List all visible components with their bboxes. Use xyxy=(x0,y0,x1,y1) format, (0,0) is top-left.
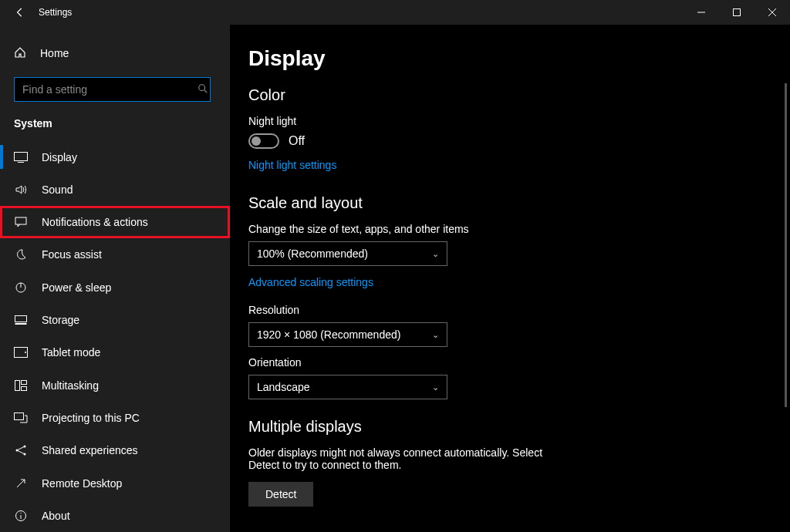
back-button[interactable] xyxy=(8,0,32,25)
resolution-select[interactable]: 1920 × 1080 (Recommended) ⌄ xyxy=(248,322,447,347)
section-color: Color xyxy=(248,86,759,104)
svg-point-8 xyxy=(25,352,26,353)
orientation-label: Orientation xyxy=(248,356,759,369)
sidebar-item-projecting[interactable]: Projecting to this PC xyxy=(0,402,230,434)
sidebar-item-sound[interactable]: Sound xyxy=(0,173,230,206)
detect-button[interactable]: Detect xyxy=(248,482,313,507)
power-icon xyxy=(14,281,28,294)
night-light-label: Night light xyxy=(248,115,759,127)
sidebar-item-label: Projecting to this PC xyxy=(42,412,140,424)
sidebar-item-tablet-mode[interactable]: Tablet mode xyxy=(0,336,230,369)
info-icon xyxy=(14,510,28,522)
remote-icon xyxy=(14,477,28,490)
tablet-icon xyxy=(14,347,28,358)
close-button[interactable] xyxy=(755,0,790,25)
sidebar-item-label: Display xyxy=(42,151,77,163)
sidebar-item-focus-assist[interactable]: Focus assist xyxy=(0,238,230,271)
project-icon xyxy=(14,412,28,423)
svg-rect-5 xyxy=(15,316,27,322)
home-button[interactable]: Home xyxy=(0,39,230,68)
sidebar-item-label: About xyxy=(42,510,70,522)
resolution-label: Resolution xyxy=(248,304,759,316)
night-light-toggle[interactable] xyxy=(248,133,279,149)
multi-displays-desc: Older displays might not always connect … xyxy=(248,446,557,471)
sidebar-item-label: Multitasking xyxy=(42,379,99,392)
share-icon xyxy=(14,444,28,456)
page-title: Display xyxy=(248,46,759,71)
toggle-knob xyxy=(252,136,261,146)
svg-rect-6 xyxy=(15,323,27,325)
home-label: Home xyxy=(40,47,69,59)
svg-point-14 xyxy=(24,446,26,448)
scale-label: Change the size of text, apps, and other… xyxy=(248,223,759,235)
chevron-down-icon: ⌄ xyxy=(432,382,439,392)
sidebar-item-label: Tablet mode xyxy=(42,346,100,359)
sidebar-item-multitasking[interactable]: Multitasking xyxy=(0,369,230,402)
scale-select[interactable]: 100% (Recommended) ⌄ xyxy=(248,241,447,266)
sound-icon xyxy=(14,184,28,196)
scale-value: 100% (Recommended) xyxy=(257,247,368,260)
titlebar: Settings xyxy=(0,0,790,25)
home-icon xyxy=(14,46,26,61)
svg-rect-3 xyxy=(15,217,26,224)
sidebar-item-label: Remote Desktop xyxy=(42,477,122,490)
sidebar-item-storage[interactable]: Storage xyxy=(0,304,230,336)
window-controls xyxy=(684,0,790,25)
sidebar-item-label: Sound xyxy=(42,184,73,196)
svg-rect-11 xyxy=(22,386,27,390)
section-multi-displays: Multiple displays xyxy=(248,418,759,436)
advanced-scaling-link[interactable]: Advanced scaling settings xyxy=(248,276,373,288)
svg-rect-12 xyxy=(15,412,24,419)
svg-rect-10 xyxy=(22,380,27,384)
multitask-icon xyxy=(14,380,28,391)
display-icon xyxy=(14,152,28,163)
storage-icon xyxy=(14,315,28,325)
sidebar-item-label: Shared experiences xyxy=(42,444,138,456)
resolution-value: 1920 × 1080 (Recommended) xyxy=(257,328,400,341)
svg-rect-9 xyxy=(15,380,20,390)
svg-point-1 xyxy=(199,85,205,91)
orientation-value: Landscape xyxy=(257,381,310,393)
search-icon xyxy=(198,83,208,97)
sidebar-item-notifications[interactable]: Notifications & actions xyxy=(0,206,230,238)
chevron-down-icon: ⌄ xyxy=(432,330,439,340)
content-pane[interactable]: Display Color Night light Off Night ligh… xyxy=(230,25,790,532)
night-light-state: Off xyxy=(289,134,305,148)
sidebar-item-display[interactable]: Display xyxy=(0,140,230,173)
chevron-down-icon: ⌄ xyxy=(432,249,439,259)
sidebar-item-shared-experiences[interactable]: Shared experiences xyxy=(0,434,230,466)
moon-icon xyxy=(14,248,28,261)
sidebar-item-remote-desktop[interactable]: Remote Desktop xyxy=(0,466,230,499)
svg-point-15 xyxy=(24,453,26,456)
sidebar-item-about[interactable]: About xyxy=(0,500,230,532)
search-input[interactable] xyxy=(14,77,211,102)
message-icon xyxy=(14,216,28,228)
sidebar-item-label: Storage xyxy=(42,314,79,326)
svg-rect-0 xyxy=(734,9,741,16)
window-title: Settings xyxy=(39,7,72,18)
sidebar-item-label: Focus assist xyxy=(42,248,102,261)
scrollbar[interactable] xyxy=(785,83,787,407)
section-scale: Scale and layout xyxy=(248,194,759,212)
sidebar-item-label: Notifications & actions xyxy=(42,216,148,228)
svg-rect-2 xyxy=(15,152,28,160)
sidebar-item-power-sleep[interactable]: Power & sleep xyxy=(0,271,230,304)
svg-point-13 xyxy=(16,450,19,452)
orientation-select[interactable]: Landscape ⌄ xyxy=(248,375,447,399)
sidebar-item-label: Power & sleep xyxy=(42,281,111,294)
minimize-button[interactable] xyxy=(684,0,719,25)
sidebar: Home System Display Sound Notifications … xyxy=(0,25,230,532)
night-light-settings-link[interactable]: Night light settings xyxy=(248,159,336,171)
maximize-button[interactable] xyxy=(719,0,755,25)
sidebar-section-title: System xyxy=(0,111,230,140)
